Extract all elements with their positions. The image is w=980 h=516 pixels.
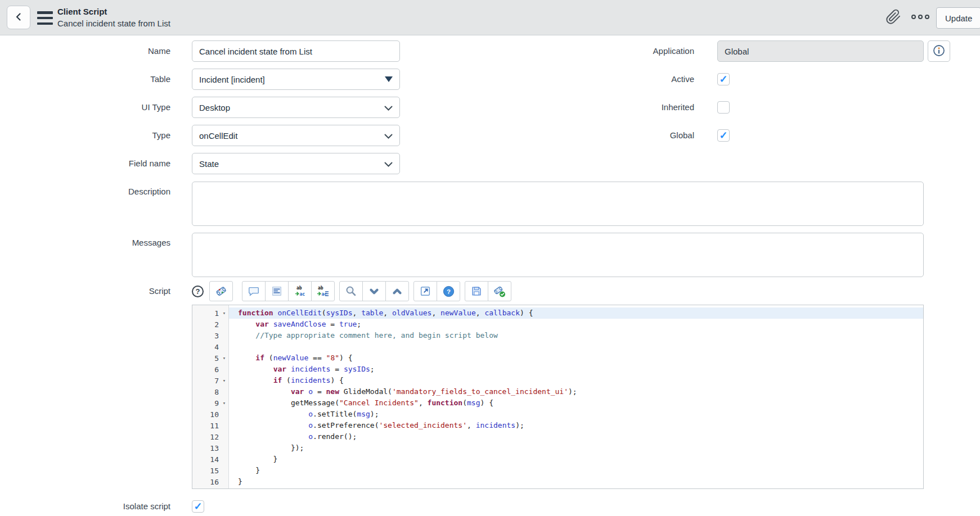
popout-icon xyxy=(419,285,431,297)
script-help-icon[interactable]: ? xyxy=(192,286,204,297)
messages-label: Messages xyxy=(0,237,170,248)
script-toolbar: abacabac? xyxy=(209,281,511,301)
line-number: 8 xyxy=(192,388,220,396)
format-icon xyxy=(271,285,283,297)
form-header: Client Script Cancel incident state from… xyxy=(0,0,980,35)
search-button[interactable] xyxy=(339,281,363,301)
code-line: } xyxy=(229,465,923,476)
chevron-down-icon xyxy=(384,159,393,169)
check-icon: ✓ xyxy=(194,501,202,512)
replace-button[interactable]: abac xyxy=(288,281,312,301)
gutter-row: 3 xyxy=(192,330,228,341)
messages-textarea[interactable] xyxy=(192,233,924,277)
line-number: 10 xyxy=(192,410,220,419)
open-in-new-window-button[interactable] xyxy=(413,281,437,301)
active-checkbox[interactable]: ✓ xyxy=(717,73,730,85)
line-number: 1 xyxy=(192,309,220,318)
find-previous-button[interactable] xyxy=(385,281,409,301)
check-icon: ✓ xyxy=(719,74,727,84)
code-line: var o = new GlideModal('mandatory_fields… xyxy=(229,386,923,397)
attachment-button[interactable] xyxy=(885,8,901,27)
inherited-checkbox[interactable]: ✓ xyxy=(717,101,730,114)
replace-all-icon: abac xyxy=(316,284,330,298)
find-next-button[interactable] xyxy=(362,281,386,301)
code-line: var saveAndClose = true; xyxy=(229,319,923,330)
ui-type-select[interactable]: Desktop xyxy=(192,97,400,118)
editor-help-button[interactable]: ? xyxy=(437,281,460,301)
type-select[interactable]: onCellEdit xyxy=(192,125,400,146)
additional-actions-menu-icon[interactable] xyxy=(37,11,53,25)
editor-code-area[interactable]: function onCellEdit(sysIDs, table, oldVa… xyxy=(229,305,923,488)
line-number: 5 xyxy=(192,354,220,363)
gutter-row: 15 xyxy=(192,465,228,476)
syntax-check-icon xyxy=(493,284,506,298)
gutter-row: 14 xyxy=(192,454,228,465)
application-info-button[interactable] xyxy=(928,40,950,62)
back-button[interactable] xyxy=(7,6,30,29)
name-field[interactable] xyxy=(192,40,400,62)
chevron-down-icon xyxy=(384,131,393,141)
fold-toggle-icon[interactable]: ▾ xyxy=(220,378,228,383)
paperclip-icon xyxy=(885,19,901,27)
save-icon xyxy=(470,285,483,297)
code-line: o.setPreference('selected_incidents', in… xyxy=(229,420,923,431)
svg-text:ac: ac xyxy=(300,292,305,297)
format-code-button[interactable] xyxy=(265,281,289,301)
fold-toggle-icon[interactable]: ▾ xyxy=(220,355,228,361)
dropdown-triangle-icon xyxy=(385,76,393,82)
gutter-row: 5▾ xyxy=(192,352,228,364)
gutter-row: 4 xyxy=(192,341,228,352)
help-icon: ? xyxy=(442,285,455,298)
type-label: Type xyxy=(0,125,170,146)
code-line: } xyxy=(229,454,923,465)
line-number: 6 xyxy=(192,365,220,374)
code-line: var incidents = sysIDs; xyxy=(229,364,923,375)
record-title: Cancel incident state from List xyxy=(57,17,170,29)
field-name-select[interactable]: State xyxy=(192,153,400,174)
script-label: Script xyxy=(0,280,170,302)
line-number: 2 xyxy=(192,320,220,329)
info-icon xyxy=(933,44,945,58)
code-line: o.setTitle(msg); xyxy=(229,409,923,420)
fold-toggle-icon[interactable]: ▾ xyxy=(220,400,228,406)
isolate-script-label: Isolate script xyxy=(0,496,170,516)
svg-text:ab: ab xyxy=(296,286,302,291)
isolate-script-checkbox[interactable]: ✓ xyxy=(192,500,204,513)
code-line: if (newValue == "8") { xyxy=(229,352,923,364)
chevron-up-icon xyxy=(391,285,403,297)
script-editor[interactable]: 1▾2345▾67▾89▾10111213141516 function onC… xyxy=(192,305,924,489)
code-line: getMessage("Cancel Incidents", function(… xyxy=(229,397,923,409)
line-number: 3 xyxy=(192,332,220,340)
code-line: } xyxy=(229,476,923,487)
ui-type-value: Desktop xyxy=(199,103,384,112)
name-label: Name xyxy=(0,40,170,62)
code-line xyxy=(229,341,923,352)
description-textarea[interactable] xyxy=(192,182,924,226)
syntax-check-button[interactable] xyxy=(488,281,511,301)
fold-toggle-icon[interactable]: ▾ xyxy=(220,310,228,316)
line-number: 11 xyxy=(192,422,220,430)
syntax-editor-toggle-button[interactable] xyxy=(209,281,233,301)
line-number: 7 xyxy=(192,377,220,385)
save-button[interactable] xyxy=(465,281,488,301)
line-number: 14 xyxy=(192,455,220,464)
code-line: }); xyxy=(229,442,923,454)
more-options-icon xyxy=(911,15,916,19)
more-options-button[interactable] xyxy=(911,15,929,19)
description-label: Description xyxy=(0,186,170,197)
svg-text:ab: ab xyxy=(318,286,323,291)
update-button[interactable]: Update xyxy=(936,7,980,29)
replace-all-button[interactable]: abac xyxy=(311,281,335,301)
toggle-comment-button[interactable] xyxy=(242,281,266,301)
line-number: 13 xyxy=(192,444,220,452)
check-icon: ✓ xyxy=(719,130,727,141)
code-line: o.render(); xyxy=(229,431,923,442)
gutter-row: 1▾ xyxy=(192,307,228,319)
search-icon xyxy=(344,284,358,298)
table-select[interactable]: Incident [incident] xyxy=(192,69,400,90)
code-line: function onCellEdit(sysIDs, table, oldVa… xyxy=(229,307,923,319)
replace-icon: abac xyxy=(293,284,307,298)
global-checkbox[interactable]: ✓ xyxy=(717,129,730,142)
field-name-label: Field name xyxy=(0,153,170,174)
gutter-row: 12 xyxy=(192,431,228,442)
